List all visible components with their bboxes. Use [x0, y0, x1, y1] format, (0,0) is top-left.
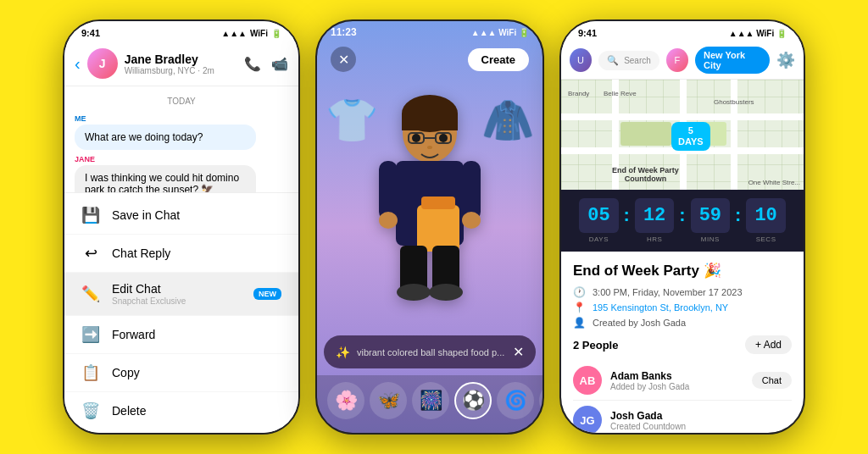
- chat-header: ‹ J Jane Bradley Williamsburg, NYC · 2m …: [64, 42, 298, 86]
- svg-point-6: [412, 134, 420, 142]
- context-menu: 💾 Save in Chat ↩ Chat Reply ✏️ Edit Chat: [64, 192, 298, 433]
- phone-snapchat-map: 9:41 ▲▲▲ WiFi 🔋 U 🔍 Search F New York Ci…: [559, 19, 805, 435]
- chat-person-button-1[interactable]: Chat: [752, 372, 792, 389]
- people-section: 2 People + Add AB Adam Banks Added by Jo…: [573, 335, 792, 433]
- map-header: U 🔍 Search F New York City ⚙️: [561, 42, 804, 80]
- svg-rect-2: [402, 114, 458, 130]
- person-icon: 👤: [573, 317, 586, 329]
- status-bar-phone1: 9:41 ▲▲▲ WiFi 🔋: [64, 21, 298, 42]
- countdown-sep-1: :: [622, 204, 632, 226]
- sticker-3[interactable]: 🎆: [412, 382, 449, 419]
- map-area[interactable]: 5DAYS End of Week PartyCountdown Brandy …: [561, 80, 804, 190]
- sticker-6[interactable]: 🔮: [539, 382, 542, 419]
- svg-point-13: [462, 212, 481, 229]
- location-pill[interactable]: New York City: [695, 47, 770, 74]
- countdown-section: 05 DAYS : 12 HRS : 59 MINS : 10 SECS: [561, 190, 804, 252]
- status-icons-phone2: ▲▲▲ WiFi 🔋: [471, 28, 529, 37]
- countdown-mins: 59 MINS: [691, 198, 730, 243]
- chat-body: TODAY ME What are we doing today? JANE I…: [64, 86, 298, 192]
- sticker-row[interactable]: 🌸 🦋 🎆 ⚽ 🌀 🔮 🎨: [317, 375, 542, 433]
- friend-avatar[interactable]: F: [666, 48, 688, 72]
- menu-save-in-chat[interactable]: 💾 Save in Chat: [64, 197, 298, 235]
- svg-rect-10: [379, 161, 398, 220]
- event-label-map: End of Week PartyCountdown: [612, 166, 679, 183]
- event-address-link[interactable]: 195 Kensington St, Brooklyn, NY: [593, 302, 728, 313]
- video-icon[interactable]: 📹: [271, 56, 288, 72]
- phone-snapchat-chat: 9:41 ▲▲▲ WiFi 🔋 ‹ J Jane Bradley William…: [63, 19, 300, 435]
- delete-icon: 🗑️: [81, 401, 100, 420]
- svg-point-18: [397, 284, 431, 301]
- menu-reply-label: Chat Reply: [112, 246, 170, 260]
- new-badge: NEW: [253, 288, 281, 300]
- map-label-belle: Belle Reve: [604, 90, 637, 97]
- sticker-2[interactable]: 🦋: [370, 382, 407, 419]
- user-avatar[interactable]: U: [570, 48, 592, 72]
- search-icon: 🔍: [607, 55, 619, 66]
- map-building: [620, 122, 671, 146]
- settings-icon[interactable]: ⚙️: [776, 51, 795, 69]
- menu-forward[interactable]: ➡️ Forward: [64, 316, 298, 354]
- add-people-button[interactable]: + Add: [745, 335, 792, 354]
- search-placeholder: Search: [624, 56, 651, 65]
- person-avatar-1: AB: [573, 366, 602, 395]
- status-icons-phone1: ▲▲▲ WiFi 🔋: [221, 29, 281, 38]
- map-label-one-white: One White Stre...: [748, 179, 800, 186]
- event-time-row: 🕐 3:00 PM, Friday, November 17 2023: [573, 286, 792, 298]
- status-bar-phone2: 11:23 ▲▲▲ WiFi 🔋: [317, 21, 542, 40]
- countdown-hrs: 12 HRS: [635, 198, 674, 243]
- menu-edit-chat[interactable]: ✏️ Edit Chat Snapchat Exclusive NEW: [64, 273, 298, 316]
- event-pin[interactable]: 5DAYS: [671, 122, 710, 151]
- search-bar[interactable]: 🔍 Search: [598, 51, 659, 70]
- countdown-sep-2: :: [677, 204, 687, 226]
- ai-prompt-bar[interactable]: ✨ vibrant colored ball shaped food p... …: [324, 335, 536, 368]
- status-time-phone2: 11:23: [331, 26, 357, 38]
- prompt-close-icon[interactable]: ✕: [513, 344, 524, 360]
- person-name-1: Adam Banks: [610, 370, 743, 382]
- event-details: End of Week Party 🎉 🕐 3:00 PM, Friday, N…: [561, 252, 804, 433]
- contact-name: Jane Bradley: [125, 53, 237, 66]
- outfit-option-right[interactable]: 🧥: [481, 96, 534, 145]
- sticker-1[interactable]: 🌸: [327, 382, 364, 419]
- event-address-row[interactable]: 📍 195 Kensington St, Brooklyn, NY: [573, 302, 792, 313]
- status-time-phone1: 9:41: [81, 28, 100, 38]
- countdown-secs: 10 SECS: [746, 198, 785, 243]
- menu-edit-label: Edit Chat: [112, 282, 186, 296]
- menu-save-label: Save in Chat: [112, 208, 180, 222]
- close-button[interactable]: ✕: [331, 47, 356, 72]
- menu-copy[interactable]: 📋 Copy: [64, 354, 298, 392]
- map-label-brandy: Brandy: [568, 90, 589, 97]
- menu-copy-label: Copy: [112, 366, 140, 379]
- avatar-display-area: 👕: [317, 79, 542, 329]
- contact-sub: Williamsburg, NYC · 2m: [125, 66, 237, 75]
- map-road: [731, 80, 737, 190]
- location-icon: 📍: [573, 302, 586, 313]
- svg-rect-14: [417, 205, 459, 252]
- prompt-text: vibrant colored ball shaped food p...: [357, 347, 506, 357]
- menu-chat-reply[interactable]: ↩ Chat Reply: [64, 235, 298, 273]
- event-creator-row: 👤 Created by Josh Gada: [573, 317, 792, 329]
- avatar-figure: [370, 86, 489, 322]
- person-sub-2: Created Countdown: [610, 422, 792, 431]
- avatar-top-bar: ✕ Create: [317, 40, 542, 79]
- status-time-phone3: 9:41: [578, 28, 597, 38]
- menu-delete-label: Delete: [112, 404, 146, 418]
- create-button[interactable]: Create: [468, 48, 529, 71]
- sticker-4[interactable]: ⚽: [454, 382, 492, 419]
- phone-icon[interactable]: 📞: [244, 56, 261, 72]
- menu-edit-sub: Snapchat Exclusive: [112, 296, 186, 306]
- svg-point-19: [429, 284, 463, 301]
- avatar-svg: [370, 86, 489, 307]
- menu-delete[interactable]: 🗑️ Delete: [64, 392, 298, 429]
- back-button[interactable]: ‹: [75, 54, 81, 74]
- close-icon: ✕: [338, 52, 349, 68]
- svg-rect-11: [462, 161, 481, 220]
- days-badge: 5DAYS: [671, 122, 710, 151]
- person-avatar-2: JG: [573, 406, 602, 433]
- sticker-5[interactable]: 🌀: [497, 382, 534, 419]
- event-creator: Created by Josh Gada: [593, 318, 686, 328]
- svg-point-8: [427, 146, 432, 149]
- reply-icon: ↩: [81, 244, 100, 263]
- edit-icon: ✏️: [81, 285, 100, 303]
- chat-action-icons[interactable]: 📞 📹: [244, 56, 288, 72]
- person-row-2: JG Josh Gada Created Countdown: [573, 401, 792, 433]
